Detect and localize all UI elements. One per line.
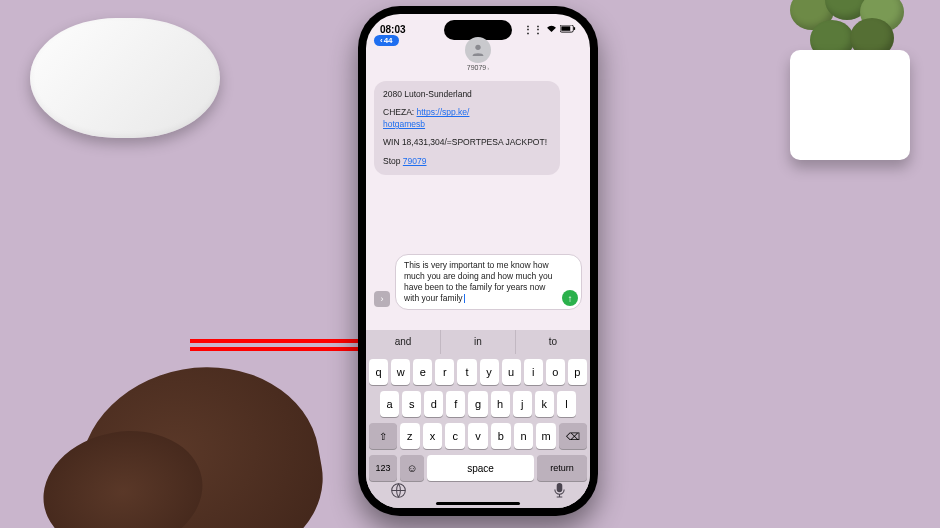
sender-name[interactable]: 79079›: [366, 64, 590, 71]
key-m[interactable]: m: [536, 423, 556, 449]
text-cursor: [464, 294, 465, 303]
suggestion-3[interactable]: to: [515, 330, 590, 354]
key-row-4: 123 ☺ space return: [369, 455, 587, 481]
svg-rect-2: [574, 27, 575, 30]
stop-link[interactable]: 79079: [403, 156, 427, 166]
key-x[interactable]: x: [423, 423, 443, 449]
emoji-icon: ☺: [406, 462, 417, 474]
chevron-left-icon: ‹: [380, 36, 383, 45]
key-p[interactable]: p: [568, 359, 587, 385]
globe-icon: [390, 482, 407, 499]
numeric-key[interactable]: 123: [369, 455, 397, 481]
compose-bar: › This is very important to me know how …: [374, 254, 582, 310]
key-h[interactable]: h: [491, 391, 510, 417]
iphone-frame: 08:03 ⋮⋮ ‹ 44 79079›: [358, 6, 598, 516]
chevron-right-icon: ›: [487, 65, 489, 71]
expand-button[interactable]: ›: [374, 291, 390, 307]
backspace-icon: ⌫: [566, 431, 580, 442]
svg-point-3: [475, 45, 480, 50]
message-input[interactable]: This is very important to me know how mu…: [395, 254, 582, 310]
shift-icon: ⇧: [379, 431, 387, 442]
plant-decor: [750, 0, 940, 180]
space-key[interactable]: space: [427, 455, 534, 481]
msg-line-1: 2080 Luton-Sunderland: [383, 89, 551, 100]
key-n[interactable]: n: [514, 423, 534, 449]
backspace-key[interactable]: ⌫: [559, 423, 587, 449]
avatar[interactable]: [465, 37, 491, 63]
key-s[interactable]: s: [402, 391, 421, 417]
emoji-key[interactable]: ☺: [400, 455, 424, 481]
battery-icon: [560, 24, 576, 35]
screen: 08:03 ⋮⋮ ‹ 44 79079›: [366, 14, 590, 508]
key-l[interactable]: l: [557, 391, 576, 417]
hand-decor: [64, 349, 335, 528]
message-input-text: This is very important to me know how mu…: [404, 260, 552, 303]
wifi-icon: [546, 24, 557, 35]
msg-line-cheza: CHEZA: https://spp.ke/hotgamesb: [383, 107, 551, 130]
key-row-1: q w e r t y u i o p: [369, 359, 587, 385]
apple-mouse: [30, 18, 220, 138]
key-j[interactable]: j: [513, 391, 532, 417]
globe-key[interactable]: [390, 482, 407, 502]
key-f[interactable]: f: [446, 391, 465, 417]
key-row-3: ⇧ z x c v b n m ⌫: [369, 423, 587, 449]
key-k[interactable]: k: [535, 391, 554, 417]
key-a[interactable]: a: [380, 391, 399, 417]
key-v[interactable]: v: [468, 423, 488, 449]
key-g[interactable]: g: [468, 391, 487, 417]
microphone-icon: [553, 482, 566, 499]
shift-key[interactable]: ⇧: [369, 423, 397, 449]
key-o[interactable]: o: [546, 359, 565, 385]
person-icon: [470, 42, 486, 58]
keyboard: q w e r t y u i o p a s d f g h j k l: [366, 354, 590, 508]
svg-rect-5: [557, 483, 563, 492]
send-button[interactable]: ↑: [562, 290, 578, 306]
suggestion-2[interactable]: in: [440, 330, 515, 354]
key-y[interactable]: y: [480, 359, 499, 385]
key-u[interactable]: u: [502, 359, 521, 385]
key-c[interactable]: c: [445, 423, 465, 449]
key-q[interactable]: q: [369, 359, 388, 385]
msg-line-stop: Stop 79079: [383, 156, 551, 167]
clock: 08:03: [380, 24, 406, 35]
message-thread[interactable]: 2080 Luton-Sunderland CHEZA: https://spp…: [366, 77, 590, 175]
key-d[interactable]: d: [424, 391, 443, 417]
key-t[interactable]: t: [457, 359, 476, 385]
key-r[interactable]: r: [435, 359, 454, 385]
predictive-bar: and in to: [366, 330, 590, 354]
dictation-key[interactable]: [553, 482, 566, 502]
chevron-right-icon: ›: [381, 294, 384, 304]
home-indicator[interactable]: [436, 502, 520, 505]
return-key[interactable]: return: [537, 455, 587, 481]
back-button[interactable]: ‹ 44: [374, 35, 399, 46]
back-count: 44: [384, 36, 393, 45]
key-w[interactable]: w: [391, 359, 410, 385]
key-b[interactable]: b: [491, 423, 511, 449]
keyboard-bottom-bar: [366, 482, 590, 502]
key-row-2: a s d f g h j k l: [369, 391, 587, 417]
key-z[interactable]: z: [400, 423, 420, 449]
suggestion-1[interactable]: and: [366, 330, 440, 354]
svg-rect-1: [561, 26, 570, 30]
conversation-header: ‹ 44 79079›: [366, 35, 590, 77]
cellular-icon: ⋮⋮: [523, 24, 543, 35]
key-e[interactable]: e: [413, 359, 432, 385]
msg-line-win: WIN 18,431,304/=SPORTPESA JACKPOT!: [383, 137, 551, 148]
key-i[interactable]: i: [524, 359, 543, 385]
incoming-message[interactable]: 2080 Luton-Sunderland CHEZA: https://spp…: [374, 81, 560, 175]
arrow-up-icon: ↑: [568, 292, 573, 305]
